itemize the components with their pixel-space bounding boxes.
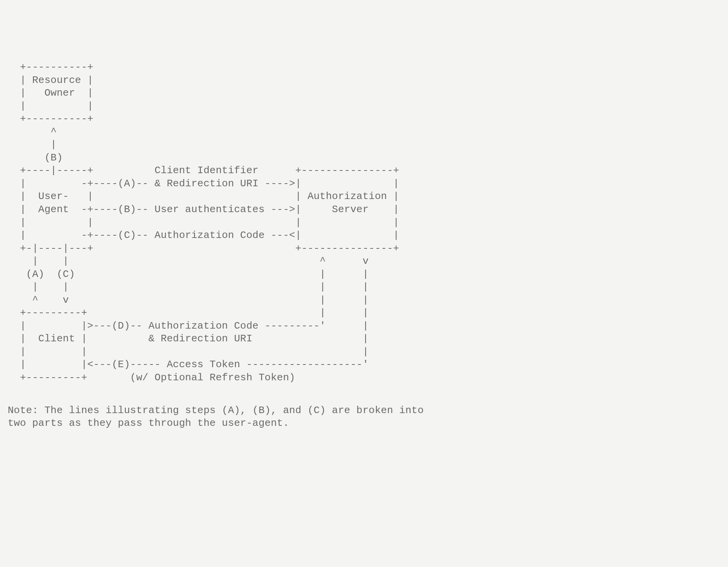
flow-diagram: +----------+ | Resource | | Owner | | | … bbox=[8, 61, 720, 384]
footnote: Note: The lines illustrating steps (A), … bbox=[8, 404, 720, 430]
